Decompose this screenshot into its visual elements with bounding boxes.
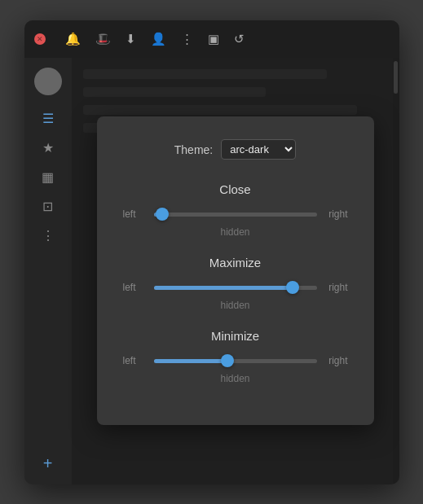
- close-track: [154, 213, 317, 217]
- menu-icon[interactable]: ⋮: [181, 32, 193, 46]
- minimize-title: Minimize: [123, 329, 348, 343]
- minimize-thumb[interactable]: [221, 354, 234, 367]
- user-icon[interactable]: 👤: [151, 32, 166, 46]
- sidebar-item-list[interactable]: ☰: [39, 110, 57, 128]
- grid-icon[interactable]: ▣: [208, 32, 219, 46]
- sidebar-item-star[interactable]: ★: [39, 139, 57, 157]
- minimize-value: hidden: [123, 373, 348, 384]
- maximize-fill: [154, 286, 293, 290]
- minimize-section: Minimize left right hidden: [123, 329, 348, 384]
- title-bar: ✕ 🔔 🎩 ⬇ 👤 ⋮ ▣ ↺: [24, 20, 399, 58]
- maximize-track: [154, 286, 317, 290]
- minimize-fill: [154, 359, 227, 363]
- modal-overlay: Theme: arc-dark arc arc-lighter default …: [72, 58, 399, 484]
- download-icon[interactable]: ⬇: [126, 32, 136, 46]
- bell-icon[interactable]: 🔔: [65, 32, 81, 46]
- theme-row: Theme: arc-dark arc arc-lighter default: [123, 139, 348, 160]
- hat-icon[interactable]: 🎩: [95, 32, 111, 46]
- sidebar: ☰ ★ ▦ ⊡ ⋮ +: [24, 58, 72, 484]
- avatar[interactable]: [34, 68, 62, 95]
- close-button[interactable]: ✕: [34, 33, 46, 45]
- minimize-track: [154, 359, 317, 363]
- maximize-slider-row: left right: [123, 279, 348, 296]
- sidebar-item-copy[interactable]: ⊡: [39, 198, 57, 216]
- close-slider-row: left right: [123, 206, 348, 222]
- minimize-right-label: right: [325, 355, 348, 366]
- close-slider[interactable]: [154, 206, 317, 222]
- title-bar-icons: 🔔 🎩 ⬇ 👤 ⋮ ▣ ↺: [65, 32, 245, 46]
- maximize-section: Maximize left right hidden: [123, 256, 348, 311]
- sidebar-item-dots[interactable]: ⋮: [39, 227, 57, 245]
- settings-dialog: Theme: arc-dark arc arc-lighter default …: [97, 116, 374, 425]
- close-right-label: right: [325, 208, 348, 220]
- maximize-slider[interactable]: [154, 279, 317, 296]
- sidebar-add-button[interactable]: +: [43, 454, 53, 473]
- close-section: Close left right hidden: [123, 182, 348, 238]
- refresh-icon[interactable]: ↺: [234, 32, 245, 46]
- minimize-left-label: left: [123, 355, 146, 366]
- close-value: hidden: [123, 226, 348, 238]
- sidebar-item-grid[interactable]: ▦: [39, 169, 57, 186]
- right-panel: Theme: arc-dark arc arc-lighter default …: [72, 58, 399, 484]
- maximize-right-label: right: [325, 282, 348, 293]
- maximize-thumb[interactable]: [286, 281, 299, 294]
- close-thumb[interactable]: [156, 208, 169, 221]
- main-content: ☰ ★ ▦ ⊡ ⋮ + Theme:: [24, 58, 399, 484]
- maximize-title: Maximize: [123, 256, 348, 270]
- minimize-slider[interactable]: [154, 353, 317, 369]
- close-left-label: left: [123, 208, 146, 220]
- maximize-left-label: left: [123, 282, 146, 293]
- theme-label: Theme:: [174, 143, 213, 156]
- minimize-slider-row: left right: [123, 353, 348, 369]
- maximize-value: hidden: [123, 300, 348, 311]
- theme-select[interactable]: arc-dark arc arc-lighter default: [221, 139, 296, 160]
- close-title: Close: [123, 182, 348, 196]
- app-window: ✕ 🔔 🎩 ⬇ 👤 ⋮ ▣ ↺ ☰ ★ ▦ ⊡ ⋮ +: [24, 20, 399, 484]
